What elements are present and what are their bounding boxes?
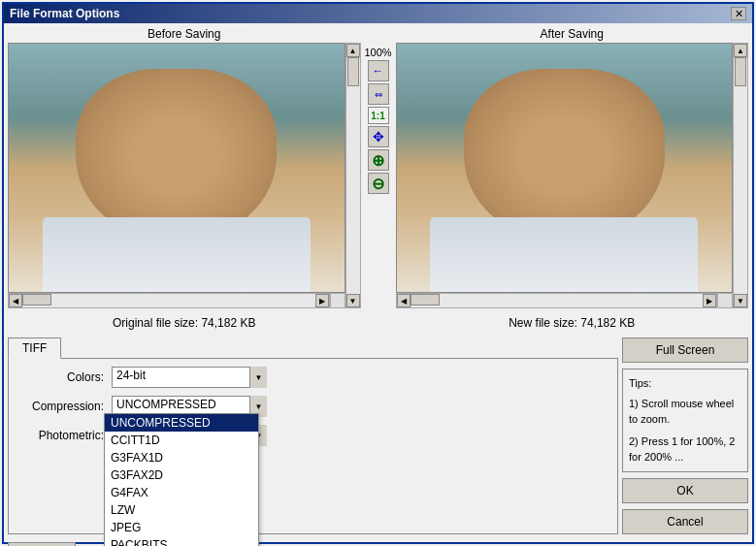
after-panel: After Saving ◀ ▶: [396, 27, 749, 308]
dialog-title: File Format Options: [10, 7, 119, 20]
dropdown-item-ccitt1d[interactable]: CCITT1D: [105, 432, 258, 449]
zoom-percent: 100%: [364, 47, 391, 58]
before-vscroll[interactable]: ▲ ▼: [345, 43, 361, 308]
options-section: TIFF Colors: 24-bit ▼ Compression:: [8, 337, 748, 534]
dropdown-item-jpeg[interactable]: JPEG: [105, 519, 258, 536]
arrow-left-button[interactable]: ←: [368, 60, 389, 81]
after-vscroll-up[interactable]: ▲: [734, 44, 747, 57]
before-hscroll-thumb[interactable]: [22, 294, 51, 305]
after-vscroll-track[interactable]: [734, 57, 747, 294]
dropdown-item-g3fax2d[interactable]: G3FAX2D: [105, 466, 258, 484]
after-scroll-corner: [717, 293, 733, 308]
ok-button[interactable]: OK: [622, 478, 748, 503]
zoom-in-button[interactable]: ⊕: [368, 149, 389, 171]
after-vscroll-thumb[interactable]: [735, 57, 746, 86]
before-panel: Before Saving ◀ ▶: [8, 27, 361, 308]
colors-row: Colors: 24-bit ▼: [16, 367, 609, 388]
before-hscroll-track[interactable]: [22, 294, 315, 307]
after-hscroll: ◀ ▶: [396, 293, 734, 308]
before-scroll-corner: [330, 293, 345, 308]
tips-box: Tips: 1) Scroll mouse wheel to zoom. 2) …: [622, 369, 748, 472]
tip1: 1) Scroll mouse wheel to zoom.: [629, 396, 741, 428]
zoom-out-button[interactable]: ⊖: [368, 173, 389, 194]
photometric-label: Photometric:: [16, 429, 104, 442]
tab-row: TIFF: [8, 337, 618, 359]
zoom-1-1-button[interactable]: 1:1: [368, 107, 389, 124]
compression-label: Compression:: [16, 400, 104, 413]
after-hscroll-left[interactable]: ◀: [397, 294, 411, 307]
before-hscroll-right[interactable]: ▶: [315, 294, 329, 307]
original-file-size: Original file size: 74,182 KB: [8, 312, 361, 334]
before-vscroll-thumb[interactable]: [347, 57, 359, 86]
before-hscroll-left[interactable]: ◀: [9, 294, 22, 307]
file-size-row: Original file size: 74,182 KB New file s…: [8, 312, 748, 334]
colors-select-wrapper: 24-bit ▼: [112, 367, 267, 388]
title-bar: File Format Options ✕: [4, 4, 752, 23]
move-button[interactable]: ✥: [368, 126, 389, 147]
right-panel: Full Screen Tips: 1) Scroll mouse wheel …: [622, 337, 748, 534]
options-left-panel: TIFF Colors: 24-bit ▼ Compression:: [8, 337, 618, 534]
fit-button[interactable]: ⇔: [368, 83, 389, 105]
before-vscroll-down[interactable]: ▼: [346, 294, 360, 307]
tab-tiff[interactable]: TIFF: [8, 337, 61, 359]
colors-label: Colors:: [16, 370, 104, 384]
after-face-image: [397, 44, 733, 292]
file-format-options-dialog: File Format Options ✕ Before Saving ◀: [2, 2, 754, 544]
before-vscroll-up[interactable]: ▲: [346, 44, 360, 57]
tips-title: Tips:: [629, 375, 741, 392]
dropdown-item-lzw[interactable]: LZW: [105, 501, 258, 519]
before-label: Before Saving: [8, 27, 361, 41]
dropdown-item-packbits[interactable]: PACKBITS: [105, 536, 258, 546]
before-hscroll: ◀ ▶: [8, 293, 345, 308]
after-vscroll[interactable]: ▲ ▼: [733, 43, 748, 308]
dropdown-item-g3fax1d[interactable]: G3FAX1D: [105, 449, 258, 466]
new-file-size: New file size: 74,182 KB: [396, 312, 749, 334]
close-button[interactable]: ✕: [731, 7, 746, 20]
before-image-area[interactable]: [8, 43, 345, 293]
middle-controls: 100% ← ⇔ 1:1 ✥ ⊕ ⊖: [365, 45, 392, 308]
cancel-button[interactable]: Cancel: [622, 509, 748, 534]
after-hscroll-track[interactable]: [411, 294, 704, 307]
after-label: After Saving: [396, 27, 749, 41]
dropdown-item-g4fax[interactable]: G4FAX: [105, 484, 258, 501]
after-image-wrapper: ◀ ▶ ▲: [396, 43, 749, 308]
after-hscroll-thumb[interactable]: [411, 294, 440, 305]
dropdown-item-uncompressed[interactable]: UNCOMPRESSED: [105, 414, 258, 432]
tip2: 2) Press 1 for 100%, 2 for 200% ...: [629, 434, 741, 466]
options-content: Colors: 24-bit ▼ Compression: UNCOMPRESS…: [8, 359, 618, 534]
reset-button[interactable]: Reset: [8, 542, 76, 547]
after-hscroll-right[interactable]: ▶: [703, 294, 716, 307]
colors-select[interactable]: 24-bit: [112, 367, 267, 388]
preview-section: Before Saving ◀ ▶: [8, 27, 748, 308]
before-face-image: [9, 44, 345, 292]
full-screen-button[interactable]: Full Screen: [622, 337, 748, 363]
before-vscroll-track[interactable]: [346, 57, 360, 294]
before-image-wrapper: ◀ ▶ ▲: [8, 43, 361, 308]
after-vscroll-down[interactable]: ▼: [734, 294, 747, 307]
compression-dropdown: UNCOMPRESSED CCITT1D G3FAX1D G3FAX2D G4F…: [104, 413, 259, 546]
dialog-body: Before Saving ◀ ▶: [4, 23, 752, 546]
after-image-area[interactable]: [396, 43, 734, 293]
